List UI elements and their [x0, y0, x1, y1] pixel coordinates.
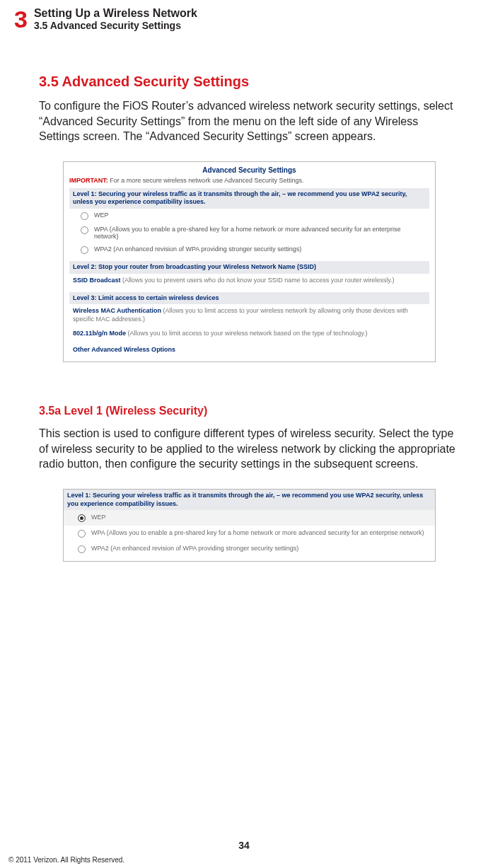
important-note: IMPORTANT: For a more secure wireless ne…	[69, 177, 429, 184]
level1-bar: Level 1: Securing your wireless traffic …	[64, 490, 435, 510]
section-crumb: 3.5 Advanced Security Settings	[34, 20, 197, 31]
radio-wpa[interactable]: WPA (Allows you to enable a pre-shared k…	[69, 223, 429, 243]
important-label: IMPORTANT:	[69, 177, 108, 184]
radio-wpa2[interactable]: WPA2 (An enhanced revision of WPA provid…	[64, 541, 435, 557]
subsection-heading: 3.5a Level 1 (Wireless Security)	[39, 405, 460, 417]
subsection-body-paragraph: This section is used to configure differ…	[39, 426, 460, 472]
radio-wep[interactable]: WEP	[69, 209, 429, 223]
link-label: Wireless MAC Authentication	[73, 307, 161, 314]
chapter-title: Setting Up a Wireless Network	[34, 7, 197, 20]
radio-label: WEP	[91, 514, 106, 521]
radio-wpa[interactable]: WPA (Allows you to enable a pre-shared k…	[64, 526, 435, 541]
level2-bar: Level 2: Stop your router from broadcast…	[69, 261, 429, 274]
level1-bar: Level 1: Securing your wireless traffic …	[69, 188, 429, 209]
radio-icon	[81, 226, 88, 234]
radio-label: WPA (Allows you to enable a pre-shared k…	[91, 529, 424, 536]
important-text: For a more secure wireless network use A…	[108, 177, 304, 184]
link-desc: (Allows you to limit access to your wire…	[126, 330, 368, 337]
radio-icon	[78, 530, 86, 538]
mac-auth-link[interactable]: Wireless MAC Authentication (Allows you …	[69, 304, 429, 326]
radio-label: WEP	[94, 212, 109, 219]
other-options-link[interactable]: Other Advanced Wireless Options	[69, 340, 429, 356]
page-header: 3 Setting Up a Wireless Network 3.5 Adva…	[14, 7, 474, 31]
radio-wep[interactable]: WEP	[64, 510, 435, 526]
mode-link[interactable]: 802.11b/g/n Mode (Allows you to limit ac…	[69, 327, 429, 341]
advanced-security-screenshot: Advanced Security Settings IMPORTANT: Fo…	[63, 161, 436, 363]
ssid-broadcast-link[interactable]: SSID Broadcast (Allows you to prevent us…	[69, 274, 429, 288]
link-label: SSID Broadcast	[73, 277, 121, 284]
radio-icon	[78, 514, 86, 522]
radio-icon	[81, 246, 88, 254]
radio-wpa2[interactable]: WPA2 (An enhanced revision of WPA provid…	[69, 243, 429, 257]
level3-bar: Level 3: Limit access to certain wireles…	[69, 292, 429, 305]
copyright: © 2011 Verizon. All Rights Reserved.	[8, 856, 124, 864]
radio-label: WPA2 (An enhanced revision of WPA provid…	[94, 245, 301, 253]
link-desc: (Allows you to prevent users who do not …	[121, 277, 395, 284]
page-number: 34	[0, 840, 488, 851]
link-label: 802.11b/g/n Mode	[73, 330, 126, 337]
level1-screenshot: Level 1: Securing your wireless traffic …	[63, 489, 436, 562]
radio-label: WPA (Allows you to enable a pre-shared k…	[94, 226, 426, 240]
chapter-number: 3	[14, 7, 27, 31]
section-intro-paragraph: To configure the FiOS Router’s advanced …	[39, 98, 460, 144]
radio-icon	[81, 212, 88, 220]
radio-icon	[78, 545, 86, 553]
radio-label: WPA2 (An enhanced revision of WPA provid…	[91, 545, 298, 552]
screenshot-title: Advanced Security Settings	[64, 162, 435, 177]
section-heading: 3.5 Advanced Security Settings	[39, 74, 460, 90]
